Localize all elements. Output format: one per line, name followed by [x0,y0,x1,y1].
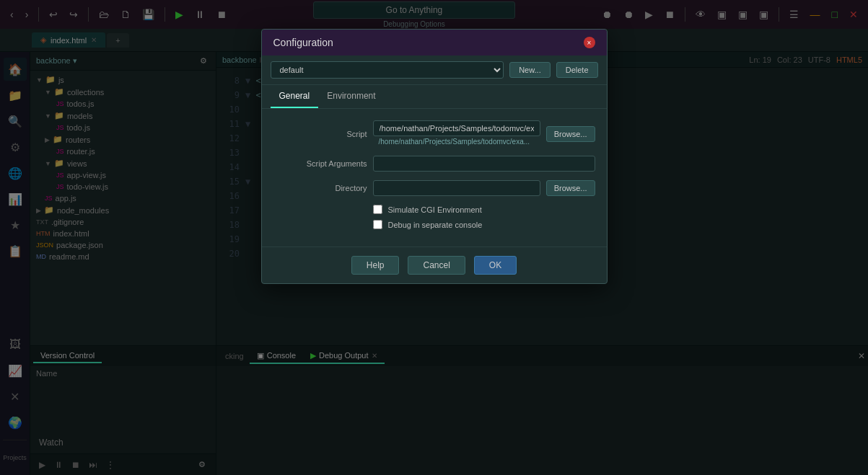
script-args-label: Script Arguments [273,159,367,168]
modal-title: Configuration [273,37,333,48]
modal-tabs: General Environment [262,85,607,109]
script-args-input[interactable] [373,156,595,172]
directory-input[interactable] [373,180,540,196]
configuration-modal: Configuration × default New... Delete Ge… [261,29,608,284]
script-input-wrap: /home/nathan/Projects/Samples/todomvc/ex… [373,120,540,147]
modal-overlay: Configuration × default New... Delete Ge… [0,0,868,475]
tab-environment[interactable]: Environment [318,85,384,108]
directory-input-wrap [373,180,540,196]
script-row: Script /home/nathan/Projects/Samples/tod… [273,120,595,147]
help-button[interactable]: Help [351,256,400,275]
modal-footer: Help Cancel OK [262,247,607,283]
directory-label: Directory [273,184,367,192]
modal-body: Script /home/nathan/Projects/Samples/tod… [262,109,607,247]
new-config-button[interactable]: New... [509,62,551,78]
directory-row: Directory Browse... [273,180,595,196]
script-input[interactable] [373,120,540,136]
simulate-cgi-label: Simulate CGI Environment [388,205,482,214]
simulate-cgi-row: Simulate CGI Environment [273,205,595,214]
directory-browse-button[interactable]: Browse... [546,180,595,196]
simulate-cgi-checkbox[interactable] [373,205,382,214]
debug-console-label: Debug in separate console [388,221,483,229]
script-label: Script [273,130,367,138]
script-hint: /home/nathan/Projects/Samples/todomvc/ex… [373,136,540,147]
modal-config-row: default New... Delete [262,56,607,85]
cancel-button[interactable]: Cancel [408,256,465,275]
debug-console-row: Debug in separate console [273,220,595,229]
delete-config-button[interactable]: Delete [556,62,598,78]
modal-header: Configuration × [262,30,607,56]
script-args-input-wrap [373,156,595,172]
script-browse-button[interactable]: Browse... [546,126,595,142]
config-dropdown[interactable]: default [271,61,504,79]
script-args-row: Script Arguments [273,156,595,172]
debug-console-checkbox[interactable] [373,220,382,229]
ok-button[interactable]: OK [474,256,517,275]
modal-close-button[interactable]: × [584,37,595,48]
tab-general[interactable]: General [271,85,319,108]
